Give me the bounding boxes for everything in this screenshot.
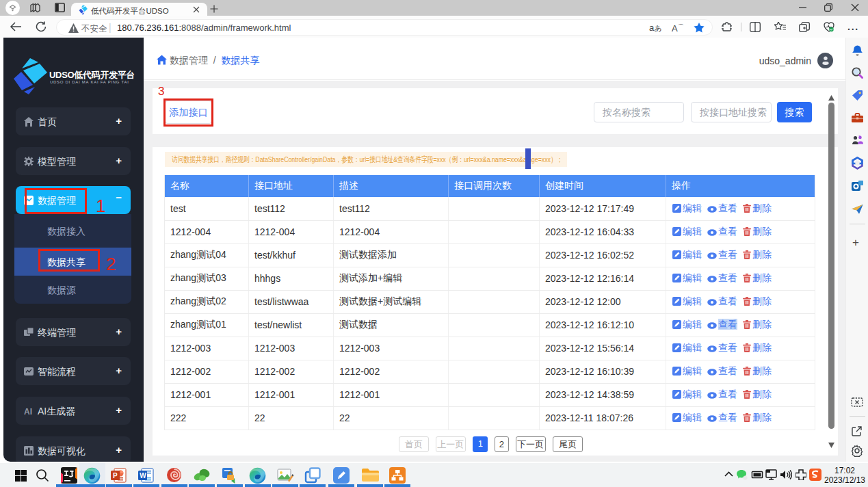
svg-text:P: P (113, 472, 118, 479)
svg-text:W: W (140, 472, 146, 479)
svg-text:AI: AI (24, 407, 32, 417)
